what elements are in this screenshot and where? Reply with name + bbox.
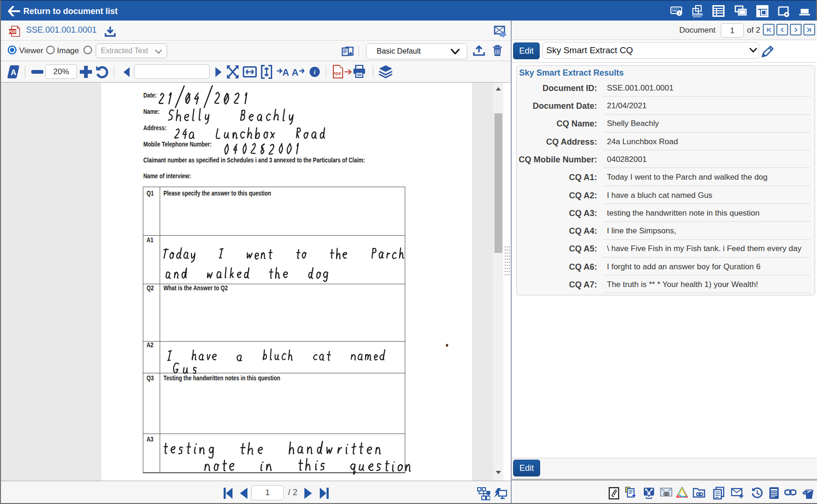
svg-text:PDF: PDF [8,29,17,34]
svg-text:A: A [292,67,298,77]
svg-text:A: A [282,67,289,77]
svg-text:i: i [314,69,316,76]
svg-text:A: A [11,68,16,77]
svg-text:PDF: PDF [333,71,342,76]
